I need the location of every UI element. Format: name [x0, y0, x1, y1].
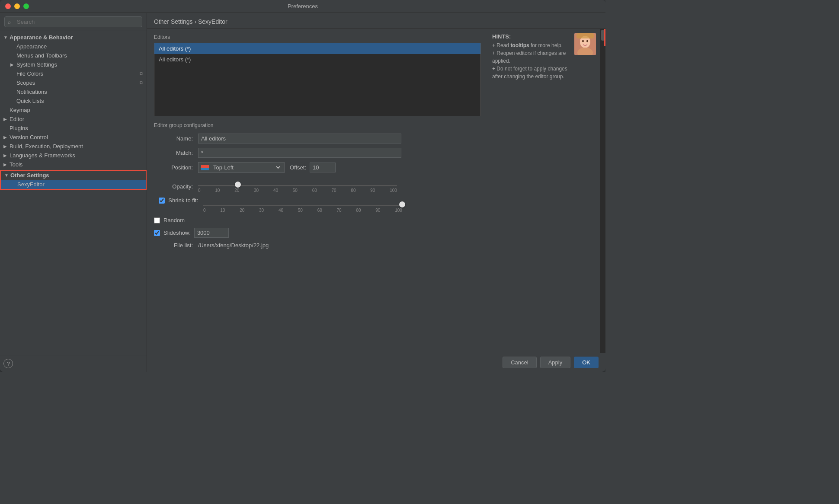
sidebar-item-tools[interactable]: ▶ Tools [0, 160, 147, 169]
shrink-track [203, 205, 402, 206]
hints-text: + Read tooltips for more help. + Reopen … [492, 41, 570, 80]
position-dropdown[interactable]: Top-Left Top-Right Bottom-Left Bottom-Ri… [211, 164, 282, 171]
expand-icon-lang: ▶ [3, 153, 9, 158]
filelist-label: File list: [154, 242, 193, 249]
position-select[interactable]: Top-Left Top-Right Bottom-Left Bottom-Ri… [198, 162, 285, 173]
expand-icon-editor: ▶ [3, 117, 9, 121]
match-label: Match: [154, 150, 193, 156]
opacity-track [198, 185, 397, 186]
breadcrumb: Other Settings › SexyEditor [154, 18, 227, 25]
sidebar-item-system-settings[interactable]: ▶ System Settings [0, 60, 147, 69]
sidebar-item-notifications[interactable]: Notifications [0, 87, 147, 96]
random-checkbox[interactable] [154, 217, 160, 223]
right-panel: Other Settings › SexyEditor Editors All … [147, 13, 605, 372]
editor-row-1[interactable]: All editors (*) [154, 43, 480, 54]
bottom-bar: Cancel Apply OK [147, 353, 605, 372]
expand-icon-vc: ▶ [3, 135, 9, 140]
shrink-label: Shrink to fit: [168, 197, 198, 204]
copy-icon: ⧉ [140, 71, 143, 77]
editors-list: All editors (*) All editors (*) [154, 43, 481, 116]
filelist-row: File list: /Users/xfeng/Desktop/22.jpg [154, 242, 481, 249]
titlebar-buttons [5, 3, 29, 9]
panel-header: Other Settings › SexyEditor [147, 13, 605, 29]
position-flag [201, 165, 209, 170]
editors-label: Editors [154, 34, 481, 40]
window-title: Preferences [288, 3, 318, 10]
offset-input[interactable] [310, 163, 336, 172]
tree: ▼ Appearance & Behavior Appearance Menus… [0, 31, 147, 355]
sidebar-item-editor[interactable]: ▶ Editor [0, 115, 147, 124]
sidebar-item-build-execution[interactable]: ▶ Build, Execution, Deployment [0, 142, 147, 151]
close-button[interactable] [5, 3, 11, 9]
opacity-row: Opacity: 0 10 20 30 40 50 [154, 177, 481, 193]
slideshow-label: Slideshow: [163, 230, 191, 236]
opacity-label: Opacity: [154, 183, 193, 190]
minimize-button[interactable] [14, 3, 20, 9]
hints-panel: HINTS: + Read tooltips for more help. + … [488, 29, 600, 353]
copy-icon-scopes: ⧉ [140, 80, 143, 86]
name-label: Name: [154, 135, 193, 142]
opacity-slider-wrapper: 0 10 20 30 40 50 60 70 80 90 100 [198, 177, 397, 193]
sidebar-item-quick-lists[interactable]: Quick Lists [0, 96, 147, 105]
apply-button[interactable]: Apply [540, 357, 571, 368]
match-input[interactable] [198, 148, 401, 158]
sidebar-item-menus-toolbars[interactable]: Menus and Toolbars [0, 51, 147, 60]
svg-rect-5 [576, 33, 594, 38]
shrink-label-wrapper: Shrink to fit: [154, 197, 198, 204]
ok-button[interactable]: OK [574, 357, 599, 368]
cancel-button[interactable]: Cancel [503, 357, 536, 368]
sidebar-item-version-control[interactable]: ▶ Version Control [0, 133, 147, 142]
expand-icon-system: ▶ [10, 62, 16, 67]
shrink-ticks: 0 10 20 30 40 50 60 70 80 90 100 [203, 208, 402, 213]
sidebar-item-plugins[interactable]: Plugins [0, 124, 147, 133]
name-row: Name: [154, 134, 481, 144]
sidebar-item-scopes[interactable]: Scopes ⧉ [0, 78, 147, 87]
search-icon: ⌕ [8, 19, 11, 25]
random-label: Random [163, 217, 185, 223]
hints-title: HINTS: [492, 33, 570, 40]
filelist-value: /Users/xfeng/Desktop/22.jpg [198, 242, 269, 249]
sidebar-item-appearance-behavior[interactable]: ▼ Appearance & Behavior [0, 33, 147, 42]
editor-row-2[interactable]: All editors (*) [154, 54, 480, 65]
shrink-row: Shrink to fit: 0 10 20 30 40 [154, 197, 481, 213]
search-input[interactable] [4, 16, 142, 27]
sidebar-item-keymap[interactable]: Keymap [0, 105, 147, 115]
expand-icon: ▼ [3, 35, 9, 40]
sidebar-item-languages[interactable]: ▶ Languages & Frameworks [0, 151, 147, 160]
shrink-slider-wrapper: 0 10 20 30 40 50 60 70 80 90 100 [203, 197, 402, 213]
expand-icon-other: ▼ [4, 173, 10, 178]
panel-body: Editors All editors (*) All editors (*) … [147, 29, 488, 353]
expand-icon-tools: ▶ [3, 162, 9, 167]
random-row: Random [154, 217, 481, 223]
maximize-button[interactable] [23, 3, 29, 9]
slideshow-input[interactable] [194, 228, 229, 238]
position-label: Position: [154, 164, 193, 171]
right-scrollbar[interactable] [600, 29, 605, 353]
sidebar-item-sexyeditor[interactable]: SexyEditor [1, 180, 146, 189]
slideshow-row: Slideshow: [154, 228, 481, 238]
sidebar-item-file-colors[interactable]: File Colors ⧉ [0, 69, 147, 78]
scrollbar-accent [604, 29, 605, 46]
shrink-checkbox[interactable] [159, 198, 165, 204]
svg-point-3 [582, 40, 584, 42]
slideshow-checkbox[interactable] [154, 230, 160, 236]
name-input[interactable] [198, 134, 401, 144]
offset-label: Offset: [290, 164, 306, 171]
opacity-ticks: 0 10 20 30 40 50 60 70 80 90 100 [198, 188, 397, 193]
sidebar-item-other-settings[interactable]: ▼ Other Settings [1, 171, 146, 180]
sidebar: ⌕ ▼ Appearance & Behavior Appearance Men… [0, 13, 147, 372]
opacity-thumb[interactable] [235, 182, 241, 188]
help-button[interactable]: ? [3, 359, 13, 368]
shrink-thumb[interactable] [399, 201, 405, 207]
sidebar-item-appearance[interactable]: Appearance [0, 42, 147, 51]
titlebar: Preferences [0, 0, 605, 13]
hints-inner: HINTS: + Read tooltips for more help. + … [492, 33, 596, 80]
main-content: ⌕ ▼ Appearance & Behavior Appearance Men… [0, 13, 605, 372]
sidebar-footer: ? [0, 355, 147, 372]
svg-point-4 [586, 40, 588, 42]
match-row: Match: [154, 148, 481, 158]
hints-avatar [574, 33, 596, 55]
expand-icon-build: ▶ [3, 144, 9, 149]
position-row: Position: Top-Left Top-Right Bottom-Left… [154, 162, 481, 173]
search-bar: ⌕ [0, 13, 147, 31]
